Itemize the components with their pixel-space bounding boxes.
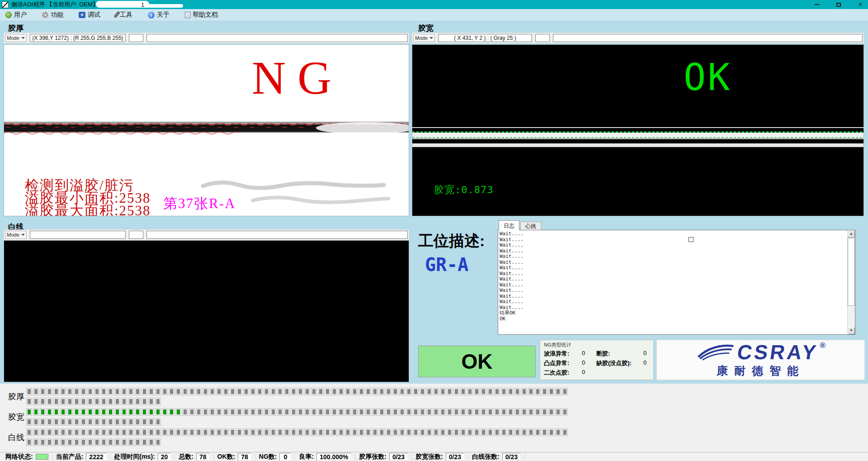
close-button[interactable]: ✕ [856, 0, 864, 9]
indicator-cell [108, 438, 113, 446]
glue-width-image: OK 胶宽:0.873 [412, 44, 864, 216]
indicator-cell [94, 408, 100, 416]
indicator-cell [108, 398, 113, 405]
mode-dropdown[interactable]: Mode [5, 34, 27, 42]
indicator-rows [26, 428, 568, 446]
status-label: 总数: [179, 453, 193, 461]
indicator-cell [33, 418, 39, 426]
ng-stat-label: 断胶: [596, 350, 643, 358]
indicator-cell [460, 388, 466, 395]
minimize-icon [815, 4, 819, 5]
log-scrollbar[interactable]: ▲ ▼ [847, 230, 855, 334]
indicator-group-白线: 白线 [0, 428, 868, 446]
scrollbar-thumb[interactable] [848, 238, 855, 306]
status-bar: 网络状态:当前产品:2222处理时间(ms):20总数:78OK数:78NG数:… [0, 452, 868, 461]
debug-icon: ✕ [79, 12, 85, 18]
indicator-cell [291, 388, 297, 395]
indicator-cell [386, 388, 392, 395]
overall-result-button[interactable]: OK [418, 346, 536, 377]
indicator-cell [535, 428, 541, 436]
tab-log[interactable]: 日志 [499, 220, 519, 230]
indicator-cell [155, 428, 161, 436]
log-entry: Wait.... [500, 231, 847, 237]
indicator-cell [53, 438, 59, 446]
indicator-cell [311, 408, 317, 416]
indicator-cell [142, 398, 147, 405]
mode-dropdown[interactable]: Mode [5, 231, 27, 239]
logo-subtitle: 康耐德智能 [717, 363, 805, 378]
status-label: 网络状态: [5, 453, 33, 461]
indicator-cell [121, 398, 127, 405]
indicator-cell [128, 428, 134, 436]
indicator-cell [87, 398, 93, 405]
station-description-label: 工位描述: [418, 231, 485, 252]
indicator-cell [121, 418, 127, 426]
tab-heartbeat[interactable]: 心跳 [520, 222, 541, 230]
chevron-down-icon [429, 37, 433, 39]
indicator-group-胶厚: 胶厚 [0, 388, 868, 405]
indicator-cell [338, 388, 344, 395]
indicator-cell [236, 408, 242, 416]
indicator-cell [80, 418, 86, 426]
indicator-cell [26, 398, 32, 405]
indicator-cell [135, 418, 141, 426]
menu-item-调试[interactable]: ✕调试 [77, 10, 102, 20]
indicator-cell [297, 408, 303, 416]
brand-logo: CSRAY ® 康耐德智能 [656, 340, 865, 380]
indicator-cell [40, 398, 46, 405]
maximize-button[interactable] [835, 0, 843, 9]
log-entry: Wait.... [500, 260, 847, 266]
indicator-cell [291, 408, 297, 416]
indicator-cell [169, 428, 175, 436]
product-edge-strip [4, 122, 409, 137]
menu-item-用户[interactable]: 用户 [4, 10, 28, 20]
indicator-cell [128, 418, 134, 426]
indicator-cell [60, 388, 66, 395]
status-label: OK数: [217, 453, 236, 461]
white-line-image [4, 240, 409, 382]
scroll-down-arrow[interactable]: ▼ [848, 327, 855, 334]
indicator-row [26, 408, 568, 416]
status-label: 白线张数: [472, 453, 500, 461]
indicator-cell [53, 398, 59, 405]
status-item: 胶宽张数:0/23 [412, 453, 468, 461]
indicator-cell [142, 388, 147, 395]
status-value: 2222 [86, 453, 106, 461]
log-entry: Wait.... [500, 276, 847, 282]
indicator-group-label: 胶厚 [0, 391, 26, 402]
mode-dropdown[interactable]: Mode [413, 34, 435, 42]
indicator-cell [345, 428, 351, 436]
status-item: 处理时间(ms):20 [111, 453, 175, 461]
ng-stat-label: 缺胶(没点胶): [596, 359, 643, 367]
indicator-cell [487, 428, 493, 436]
minimize-button[interactable] [813, 0, 821, 9]
scroll-up-arrow[interactable]: ▲ [848, 230, 855, 238]
log-checkbox[interactable] [689, 237, 693, 242]
indicator-cell [453, 408, 459, 416]
indicator-cell [121, 388, 127, 395]
indicator-cell [440, 408, 446, 416]
indicator-cell [80, 388, 86, 395]
logo-brand-text: CSRAY [736, 342, 820, 362]
indicator-cell [148, 418, 154, 426]
menu-item-帮助文档[interactable]: 帮助文档 [183, 10, 220, 20]
glue-width-measurement: 胶宽:0.873 [434, 183, 493, 197]
menu-item-关于[interactable]: i关于 [146, 10, 171, 20]
log-entry: Wait.... [500, 248, 847, 254]
chevron-down-icon [21, 234, 25, 236]
menu-item-功能[interactable]: 功能 [40, 10, 65, 20]
indicator-cell [101, 398, 107, 405]
indicator-cell [501, 388, 507, 395]
indicator-cell [121, 428, 127, 436]
indicator-cell [406, 408, 412, 416]
indicator-cell [548, 428, 554, 436]
indicator-cell [426, 428, 432, 436]
log-panel[interactable]: Wait....Wait....Wait....Wait....Wait....… [498, 230, 855, 335]
indicator-group-胶宽: 胶宽 [0, 408, 868, 426]
indicator-cell [26, 428, 32, 436]
menu-item-工具[interactable]: 工具 [114, 10, 134, 20]
indicator-cell [60, 418, 66, 426]
indicator-cell [460, 428, 466, 436]
indicator-cell [345, 388, 351, 395]
indicator-row [26, 438, 568, 446]
